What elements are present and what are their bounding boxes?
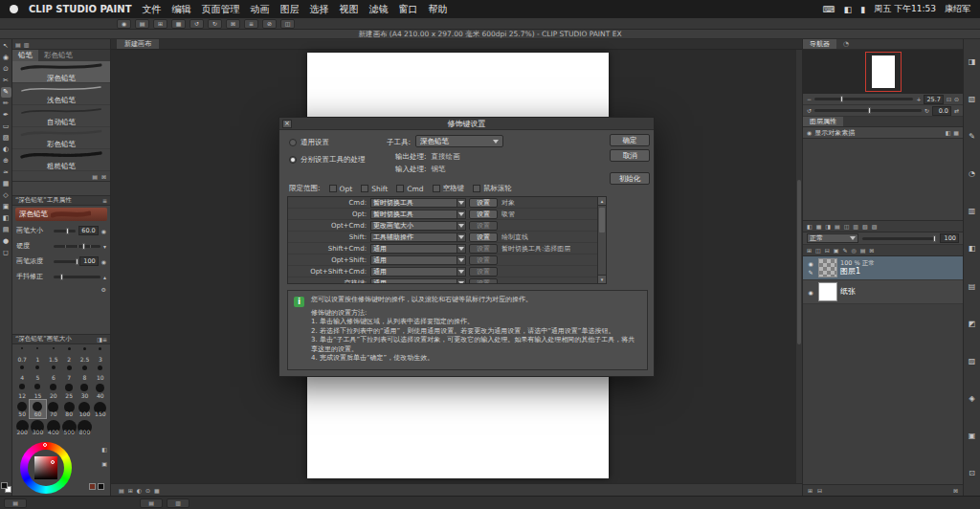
blend-mode-select[interactable]: 正常 bbox=[807, 233, 858, 243]
tab-layer-property[interactable]: 图层属性 bbox=[803, 117, 843, 126]
footer-new-icon[interactable]: ⊞ bbox=[808, 486, 813, 495]
liquify-tool-icon[interactable]: ≈ bbox=[1, 167, 11, 178]
action-select[interactable]: 工具辅助操作 bbox=[370, 232, 466, 242]
select-menu-icon[interactable]: ≡ bbox=[244, 19, 258, 29]
menu-animation[interactable]: 动画 bbox=[250, 3, 269, 16]
menu-select[interactable]: 选择 bbox=[309, 3, 328, 16]
footer-trash-icon[interactable]: ⊠ bbox=[953, 486, 958, 495]
eraser-tool-icon[interactable]: ◐ bbox=[1, 144, 11, 155]
brush-size-item[interactable]: 100 bbox=[77, 400, 92, 418]
brush-size-item[interactable]: 30 bbox=[77, 382, 92, 400]
visibility-icon[interactable]: ◉ bbox=[808, 289, 813, 296]
brush-size-value[interactable]: 60.0 bbox=[78, 226, 98, 235]
new-document-icon[interactable]: ▤ bbox=[135, 19, 149, 29]
dock-subview-icon[interactable]: ▧ bbox=[969, 95, 976, 103]
subtool-item-dark-pencil[interactable]: 深色铅笔 bbox=[12, 61, 110, 83]
scrollbar-thumb[interactable] bbox=[599, 208, 605, 232]
mask-layer-icon[interactable]: ◎ bbox=[851, 246, 856, 254]
menubar-clock[interactable]: 周五 下午11:53 bbox=[874, 3, 936, 15]
layer-name[interactable]: 图层1 bbox=[840, 267, 875, 277]
decoration-tool-icon[interactable]: ▨ bbox=[1, 133, 11, 144]
subtool-select[interactable]: 深色铅笔 bbox=[415, 135, 503, 147]
new-layer-icon[interactable]: ⊞ bbox=[807, 246, 812, 254]
opacity-slider[interactable] bbox=[862, 237, 936, 240]
subtool-item-colored-pencil[interactable]: 彩色铅笔 bbox=[12, 127, 110, 149]
delete-icon[interactable]: ⊠ bbox=[226, 19, 240, 29]
brush-size-item[interactable]: 15 bbox=[30, 382, 45, 400]
brush-size-slider[interactable] bbox=[54, 230, 76, 232]
menu-page[interactable]: 页面管理 bbox=[201, 3, 239, 16]
dock-color-icon[interactable]: ◔ bbox=[969, 169, 975, 178]
dock-swatch-icon[interactable]: ▥ bbox=[969, 207, 976, 215]
radio-icon-selected[interactable] bbox=[289, 156, 297, 164]
brush-tool-icon[interactable]: ✒ bbox=[1, 110, 11, 121]
stepper-icon[interactable]: ▾ bbox=[103, 242, 106, 251]
brush-size-item[interactable]: 20 bbox=[46, 382, 61, 400]
brush-size-item[interactable]: 40 bbox=[93, 382, 108, 400]
frame-tool-icon[interactable]: ◧ bbox=[1, 213, 11, 224]
dock-brush-icon[interactable]: ✎ bbox=[969, 132, 975, 141]
dock-info-icon[interactable]: ▣ bbox=[969, 432, 976, 440]
action-select[interactable]: 暂时切换工具 bbox=[370, 210, 466, 219]
brush-size-item[interactable]: 50 bbox=[14, 400, 30, 418]
saturation-value-square[interactable] bbox=[34, 456, 57, 479]
save-icon[interactable]: ▦ bbox=[171, 19, 186, 29]
brush-size-item[interactable]: 800 bbox=[77, 418, 92, 436]
brush-size-item[interactable]: 3 bbox=[93, 345, 108, 364]
dock-layer-icon[interactable]: ◩ bbox=[969, 320, 976, 328]
brush-size-item[interactable]: 2 bbox=[61, 345, 77, 364]
input-source-icon[interactable]: ⌨ bbox=[823, 5, 835, 14]
panel-menu-icon[interactable]: ▤ bbox=[15, 40, 21, 49]
footer-fold-icon[interactable]: ⊟ bbox=[817, 486, 822, 495]
dock-navigator-icon[interactable]: ◨ bbox=[969, 57, 976, 66]
brush-size-item[interactable]: 12 bbox=[14, 382, 30, 400]
sub-color-swatch[interactable] bbox=[98, 483, 104, 490]
panel-collapse-icon[interactable]: ▥ bbox=[24, 40, 30, 49]
pen-tool-icon[interactable]: ✏ bbox=[1, 99, 11, 109]
brush-size-item[interactable]: 150 bbox=[93, 400, 108, 418]
radio-common-settings[interactable]: 通用设置 bbox=[289, 138, 329, 147]
timeline-tab-icon[interactable]: ▤ bbox=[140, 498, 163, 508]
merge-down-icon[interactable]: ⊟ bbox=[825, 246, 830, 254]
layer-row-layer1[interactable]: ◉ ✎ 100 % 正常 图层1 bbox=[803, 256, 963, 280]
blend-tool-icon[interactable]: ⊕ bbox=[1, 156, 11, 166]
scope-space[interactable]: 空格键 bbox=[433, 184, 465, 193]
new-folder-icon[interactable]: ◫ bbox=[815, 246, 821, 254]
foreground-color-chip[interactable] bbox=[1, 482, 8, 489]
table-scrollbar[interactable]: ▴ ▾ bbox=[597, 197, 606, 283]
brush-size-item[interactable]: 7 bbox=[61, 364, 77, 382]
stepper-icon[interactable]: ▴ bbox=[103, 273, 106, 281]
effect-tone-icon[interactable]: ▦ bbox=[953, 128, 959, 137]
brush-size-item[interactable]: 8 bbox=[77, 364, 92, 382]
fill-tool-icon[interactable]: ▦ bbox=[1, 179, 11, 189]
zoom-tool-icon[interactable]: ⊙ bbox=[1, 64, 11, 75]
subtool-item-rough-pencil[interactable]: 粗糙铅笔 bbox=[12, 149, 110, 171]
brush-size-item[interactable]: 1.5 bbox=[46, 345, 61, 364]
color-swatch-pair[interactable] bbox=[1, 482, 11, 493]
deselect-icon[interactable]: ⊘ bbox=[262, 19, 277, 29]
scope-shift[interactable]: Shift bbox=[361, 185, 388, 193]
delete-layer-icon[interactable]: ⊠ bbox=[869, 246, 874, 254]
layer-filter-icon[interactable]: ◧ bbox=[807, 222, 813, 231]
brush-size-item[interactable]: 4 bbox=[14, 364, 30, 382]
edit-layer-icon[interactable]: ✎ bbox=[842, 246, 847, 254]
scroll-down-icon[interactable]: ▾ bbox=[598, 275, 606, 283]
action-select[interactable]: 通用 bbox=[370, 278, 466, 285]
brush-size-item[interactable]: 200 bbox=[14, 418, 30, 436]
status-grid-icon[interactable]: ▦ bbox=[154, 486, 160, 495]
settings-button[interactable]: 设置 bbox=[469, 232, 498, 242]
subtool-item-light-pencil[interactable]: 浅色铅笔 bbox=[12, 83, 110, 105]
layer-thumbnail[interactable] bbox=[818, 258, 837, 277]
layer-ref-icon[interactable]: ▤ bbox=[835, 222, 840, 231]
action-select[interactable]: 暂时切换工具 bbox=[370, 198, 466, 208]
brush-size-item[interactable]: 70 bbox=[46, 400, 61, 418]
sv-cursor[interactable] bbox=[51, 460, 55, 464]
brush-size-item[interactable]: 5 bbox=[30, 364, 45, 382]
brush-size-item[interactable]: 1 bbox=[30, 345, 45, 364]
effect-eye-icon[interactable]: ◉ bbox=[807, 128, 812, 137]
hardness-slider[interactable] bbox=[54, 245, 100, 248]
settings-button[interactable]: 设置 bbox=[469, 210, 498, 219]
navigator-view-frame[interactable] bbox=[865, 52, 902, 92]
menu-view[interactable]: 视图 bbox=[339, 3, 358, 16]
status-fit-icon[interactable]: ⊙ bbox=[145, 486, 150, 495]
